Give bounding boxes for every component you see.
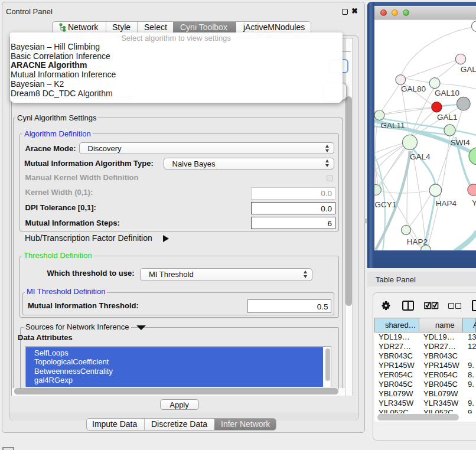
svg-text:GAL1: GAL1: [437, 113, 458, 122]
svg-text:HAP4: HAP4: [435, 199, 457, 208]
svg-text:GCY1: GCY1: [374, 200, 396, 208]
svg-text:GAL11: GAL11: [380, 121, 405, 130]
svg-text:GAL: GAL: [460, 65, 476, 74]
svg-text:GAL4: GAL4: [409, 152, 430, 161]
svg-text:GAL10: GAL10: [435, 89, 459, 97]
svg-text:SWI4: SWI4: [450, 138, 470, 146]
svg-text:GAL80: GAL80: [401, 84, 426, 93]
svg-text:HAP2: HAP2: [406, 237, 427, 246]
svg-text:Y: Y: [472, 198, 476, 207]
